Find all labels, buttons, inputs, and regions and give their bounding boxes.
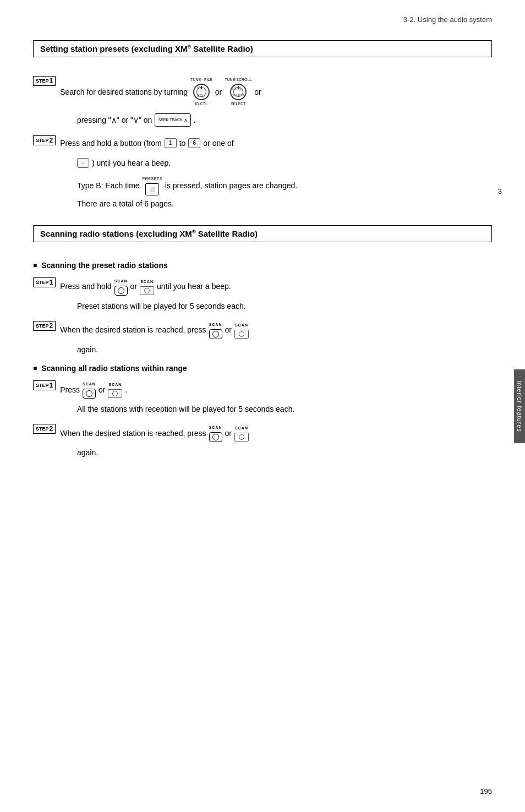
subsection1-title: Scanning the preset radio stations: [33, 261, 492, 270]
scan-preset-indent1: Preset stations will be played for 5 sec…: [77, 300, 492, 313]
scan-icon-8: SCAN: [234, 424, 249, 442]
step2-until-text: ) until you hear a beep.: [92, 155, 171, 171]
step2-text-before: Press and hold a button (from: [60, 135, 161, 151]
scan2-step1-after: .: [125, 382, 127, 397]
scan-step1-after: until you hear a beep.: [157, 279, 231, 294]
step1-text-before: Search for desired stations by turning: [60, 84, 188, 100]
section1-title: Setting station presets (excluding XM® S…: [40, 44, 253, 53]
step2-row: STEP 2 Press and hold a button (from 1 t…: [33, 135, 492, 151]
scan-step1-row: STEP 1 Press and hold SCAN or SCAN until…: [33, 277, 492, 296]
scan2-step2-badge: STEP 2: [33, 424, 56, 434]
scan-icon-3: SCAN: [209, 321, 222, 339]
scan-icon-1: SCAN: [114, 277, 128, 296]
scan-icon-6: SCAN: [108, 381, 122, 398]
dot-btn: ·: [77, 158, 89, 168]
tune-scroll-knob: TUNE·SCROLL SCANSELECT SELECT: [225, 76, 251, 108]
step1-pressing: pressing "∧" or "∨" on SEEK·TRACK ∧ .: [77, 112, 492, 128]
scan2-step1-row: STEP 1 Press SCAN or SCAN .: [33, 380, 492, 399]
scan2-step1-text: Press: [60, 382, 80, 397]
scan2-step2-or: or: [225, 426, 232, 441]
scan-preset-indent2: again.: [77, 344, 492, 357]
scan-step1-content: Press and hold SCAN or SCAN until you he…: [60, 277, 231, 296]
step1-content: Search for desired stations by turning T…: [60, 76, 261, 108]
page-header: 3-2. Using the audio system: [0, 0, 525, 29]
page-number: 195: [480, 787, 492, 795]
step1-row: STEP 1 Search for desired stations by tu…: [33, 76, 492, 108]
step2-until: · ) until you hear a beep.: [77, 155, 492, 171]
step2-to: to: [179, 135, 186, 151]
scan-step2-row: STEP 2 When the desired station is reach…: [33, 321, 492, 339]
scan2-indent2: again.: [77, 446, 492, 460]
scan-step1-badge: STEP 1: [33, 277, 56, 287]
scan2-step2-text: When the desired station is reached, pre…: [60, 426, 206, 441]
num-btn-1: 1: [165, 138, 177, 148]
scan2-step2-row: STEP 2 When the desired station is reach…: [33, 424, 492, 442]
scan-icon-5: SCAN: [83, 380, 96, 399]
scan-step1-text: Press and hold: [60, 279, 111, 294]
step1-or1: or: [215, 84, 222, 100]
num-btn-6: 6: [188, 138, 200, 148]
scan2-step2-content: When the desired station is reached, pre…: [60, 424, 249, 442]
scan-step2-badge: STEP 2: [33, 321, 56, 331]
scan2-step1-content: Press SCAN or SCAN .: [60, 380, 127, 399]
scan2-step1-badge: STEP 1: [33, 380, 56, 390]
scan-icon-2: SCAN: [140, 278, 154, 295]
subsection2-title: Scanning all radio stations within range: [33, 364, 492, 373]
step1-pressing-text: pressing "∧" or "∨" on: [77, 112, 152, 128]
type-b-text: Type B: Each time: [77, 178, 140, 193]
step1-badge: STEP 1: [33, 76, 56, 86]
step1-or2: or: [254, 84, 261, 100]
type-b-block: Type B: Each time PRESETS ⬜ is pressed, …: [77, 175, 492, 211]
scan-step2-content: When the desired station is reached, pre…: [60, 321, 249, 339]
scan-step2-or: or: [225, 322, 232, 337]
step2-badge: STEP 2: [33, 135, 56, 145]
presets-icon: PRESETS ⬜: [143, 175, 162, 195]
scan-icon-4: SCAN: [234, 321, 249, 339]
step2-or: or one of: [203, 135, 233, 151]
scan2-indent1: All the stations with reception will be …: [77, 403, 492, 416]
side-tab: Interior features: [514, 369, 525, 443]
section2-title: Scanning radio stations (excluding XM® S…: [40, 229, 258, 238]
section2-box: Scanning radio stations (excluding XM® S…: [33, 225, 492, 242]
scan-icon-7: SCAN: [209, 424, 222, 442]
step2-content: Press and hold a button (from 1 to 6 or …: [60, 135, 233, 151]
type-b-text3: There are a total of 6 pages.: [77, 198, 492, 211]
chapter-number: 3: [498, 187, 502, 195]
type-b-text2: is pressed, station pages are changed.: [165, 178, 298, 193]
seek-track-icon: SEEK·TRACK ∧: [155, 113, 190, 127]
scan-step1-or: or: [130, 279, 137, 294]
scan-step2-text: When the desired station is reached, pre…: [60, 322, 206, 337]
tune-file-knob: TUNE · FILE ID CTL ID.CTL: [190, 76, 212, 108]
scan2-step1-or: or: [99, 382, 105, 397]
section1-box: Setting station presets (excluding XM® S…: [33, 40, 492, 57]
header-title: 3-2. Using the audio system: [403, 15, 492, 24]
